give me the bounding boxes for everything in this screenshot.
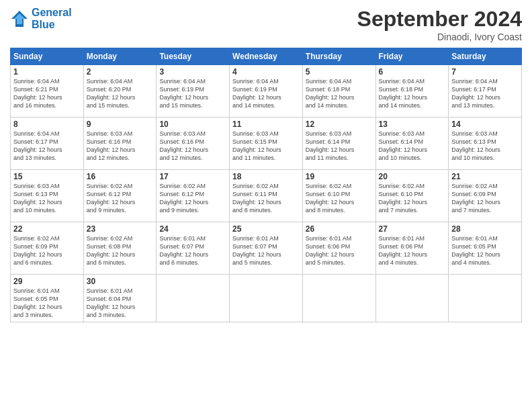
- day-info: Sunrise: 6:01 AM Sunset: 6:07 PM Dayligh…: [159, 234, 226, 267]
- day-number: 30: [87, 277, 154, 286]
- day-number: 24: [159, 224, 226, 234]
- table-row: 30Sunrise: 6:01 AM Sunset: 6:04 PM Dayli…: [83, 275, 157, 322]
- table-row: [157, 275, 230, 322]
- header-friday: Friday: [375, 48, 449, 65]
- day-number: 1: [13, 67, 81, 77]
- calendar-row: 15Sunrise: 6:03 AM Sunset: 6:13 PM Dayli…: [11, 170, 522, 222]
- table-row: 21Sunrise: 6:02 AM Sunset: 6:09 PM Dayli…: [449, 170, 522, 222]
- day-info: Sunrise: 6:02 AM Sunset: 6:10 PM Dayligh…: [306, 182, 373, 215]
- day-info: Sunrise: 6:04 AM Sunset: 6:20 PM Dayligh…: [87, 77, 154, 110]
- table-row: 10Sunrise: 6:03 AM Sunset: 6:16 PM Dayli…: [157, 118, 230, 170]
- table-row: 5Sunrise: 6:04 AM Sunset: 6:18 PM Daylig…: [302, 65, 375, 118]
- day-number: 6: [379, 67, 446, 77]
- logo: General Blue: [10, 7, 72, 30]
- day-info: Sunrise: 6:01 AM Sunset: 6:06 PM Dayligh…: [379, 234, 446, 267]
- table-row: 9Sunrise: 6:03 AM Sunset: 6:16 PM Daylig…: [83, 118, 157, 170]
- day-number: 20: [379, 172, 446, 181]
- table-row: 27Sunrise: 6:01 AM Sunset: 6:06 PM Dayli…: [375, 222, 449, 275]
- day-info: Sunrise: 6:01 AM Sunset: 6:05 PM Dayligh…: [451, 234, 519, 267]
- header: General Blue September 2024 Dinaodi, Ivo…: [10, 7, 522, 42]
- table-row: 26Sunrise: 6:01 AM Sunset: 6:06 PM Dayli…: [302, 222, 375, 275]
- day-number: 13: [379, 120, 446, 129]
- day-number: 5: [306, 67, 373, 77]
- table-row: [302, 275, 375, 322]
- header-monday: Monday: [83, 48, 157, 65]
- table-row: 16Sunrise: 6:02 AM Sunset: 6:12 PM Dayli…: [83, 170, 157, 222]
- day-number: 11: [232, 120, 300, 129]
- table-row: 25Sunrise: 6:01 AM Sunset: 6:07 PM Dayli…: [230, 222, 303, 275]
- day-info: Sunrise: 6:03 AM Sunset: 6:13 PM Dayligh…: [13, 182, 81, 215]
- day-info: Sunrise: 6:04 AM Sunset: 6:18 PM Dayligh…: [306, 77, 373, 110]
- day-info: Sunrise: 6:04 AM Sunset: 6:17 PM Dayligh…: [13, 130, 81, 163]
- location-subtitle: Dinaodi, Ivory Coast: [357, 32, 522, 42]
- table-row: 11Sunrise: 6:03 AM Sunset: 6:15 PM Dayli…: [230, 118, 303, 170]
- header-saturday: Saturday: [449, 48, 522, 65]
- table-row: 18Sunrise: 6:02 AM Sunset: 6:11 PM Dayli…: [230, 170, 303, 222]
- day-info: Sunrise: 6:02 AM Sunset: 6:11 PM Dayligh…: [232, 182, 300, 215]
- day-info: Sunrise: 6:02 AM Sunset: 6:09 PM Dayligh…: [451, 182, 519, 215]
- day-number: 8: [13, 120, 81, 129]
- day-info: Sunrise: 6:02 AM Sunset: 6:09 PM Dayligh…: [13, 234, 81, 267]
- table-row: 1Sunrise: 6:04 AM Sunset: 6:21 PM Daylig…: [11, 65, 84, 118]
- logo-icon: [10, 9, 29, 28]
- calendar-table: Sunday Monday Tuesday Wednesday Thursday…: [10, 48, 522, 322]
- day-info: Sunrise: 6:01 AM Sunset: 6:05 PM Dayligh…: [13, 287, 81, 320]
- header-sunday: Sunday: [11, 48, 84, 65]
- table-row: 2Sunrise: 6:04 AM Sunset: 6:20 PM Daylig…: [83, 65, 157, 118]
- day-number: 2: [87, 67, 154, 77]
- day-number: 15: [13, 172, 81, 181]
- table-row: 15Sunrise: 6:03 AM Sunset: 6:13 PM Dayli…: [11, 170, 84, 222]
- day-info: Sunrise: 6:02 AM Sunset: 6:08 PM Dayligh…: [87, 234, 154, 267]
- day-number: 21: [451, 172, 519, 181]
- day-number: 7: [451, 67, 519, 77]
- day-number: 17: [159, 172, 226, 181]
- day-info: Sunrise: 6:03 AM Sunset: 6:15 PM Dayligh…: [232, 130, 300, 163]
- month-title: September 2024: [357, 7, 522, 32]
- table-row: [375, 275, 449, 322]
- day-number: 19: [306, 172, 373, 181]
- day-info: Sunrise: 6:03 AM Sunset: 6:16 PM Dayligh…: [87, 130, 154, 163]
- day-info: Sunrise: 6:04 AM Sunset: 6:19 PM Dayligh…: [159, 77, 226, 110]
- day-info: Sunrise: 6:03 AM Sunset: 6:14 PM Dayligh…: [306, 130, 373, 163]
- day-info: Sunrise: 6:04 AM Sunset: 6:19 PM Dayligh…: [232, 77, 300, 110]
- table-row: 22Sunrise: 6:02 AM Sunset: 6:09 PM Dayli…: [11, 222, 84, 275]
- table-row: 29Sunrise: 6:01 AM Sunset: 6:05 PM Dayli…: [11, 275, 84, 322]
- table-row: 4Sunrise: 6:04 AM Sunset: 6:19 PM Daylig…: [230, 65, 303, 118]
- day-number: 27: [379, 224, 446, 234]
- weekday-header-row: Sunday Monday Tuesday Wednesday Thursday…: [11, 48, 522, 65]
- day-info: Sunrise: 6:03 AM Sunset: 6:14 PM Dayligh…: [379, 130, 446, 163]
- day-info: Sunrise: 6:04 AM Sunset: 6:17 PM Dayligh…: [451, 77, 519, 110]
- table-row: [449, 275, 522, 322]
- table-row: 28Sunrise: 6:01 AM Sunset: 6:05 PM Dayli…: [449, 222, 522, 275]
- table-row: 3Sunrise: 6:04 AM Sunset: 6:19 PM Daylig…: [157, 65, 230, 118]
- day-info: Sunrise: 6:02 AM Sunset: 6:12 PM Dayligh…: [87, 182, 154, 215]
- day-number: 23: [87, 224, 154, 234]
- table-row: 20Sunrise: 6:02 AM Sunset: 6:10 PM Dayli…: [375, 170, 449, 222]
- day-info: Sunrise: 6:02 AM Sunset: 6:10 PM Dayligh…: [379, 182, 446, 215]
- table-row: 17Sunrise: 6:02 AM Sunset: 6:12 PM Dayli…: [157, 170, 230, 222]
- calendar-row: 1Sunrise: 6:04 AM Sunset: 6:21 PM Daylig…: [11, 65, 522, 118]
- day-info: Sunrise: 6:03 AM Sunset: 6:13 PM Dayligh…: [451, 130, 519, 163]
- day-number: 28: [451, 224, 519, 234]
- day-info: Sunrise: 6:01 AM Sunset: 6:07 PM Dayligh…: [232, 234, 300, 267]
- table-row: 23Sunrise: 6:02 AM Sunset: 6:08 PM Dayli…: [83, 222, 157, 275]
- calendar-row: 22Sunrise: 6:02 AM Sunset: 6:09 PM Dayli…: [11, 222, 522, 275]
- table-row: 7Sunrise: 6:04 AM Sunset: 6:17 PM Daylig…: [449, 65, 522, 118]
- day-info: Sunrise: 6:04 AM Sunset: 6:18 PM Dayligh…: [379, 77, 446, 110]
- page: General Blue September 2024 Dinaodi, Ivo…: [0, 0, 532, 411]
- header-wednesday: Wednesday: [230, 48, 303, 65]
- table-row: 6Sunrise: 6:04 AM Sunset: 6:18 PM Daylig…: [375, 65, 449, 118]
- day-info: Sunrise: 6:01 AM Sunset: 6:06 PM Dayligh…: [306, 234, 373, 267]
- day-number: 16: [87, 172, 154, 181]
- table-row: [230, 275, 303, 322]
- day-number: 25: [232, 224, 300, 234]
- day-number: 9: [87, 120, 154, 129]
- day-number: 18: [232, 172, 300, 181]
- day-info: Sunrise: 6:02 AM Sunset: 6:12 PM Dayligh…: [159, 182, 226, 215]
- day-number: 10: [159, 120, 226, 129]
- logo-text: General Blue: [32, 7, 72, 30]
- day-number: 14: [451, 120, 519, 129]
- day-info: Sunrise: 6:04 AM Sunset: 6:21 PM Dayligh…: [13, 77, 81, 110]
- table-row: 24Sunrise: 6:01 AM Sunset: 6:07 PM Dayli…: [157, 222, 230, 275]
- day-number: 4: [232, 67, 300, 77]
